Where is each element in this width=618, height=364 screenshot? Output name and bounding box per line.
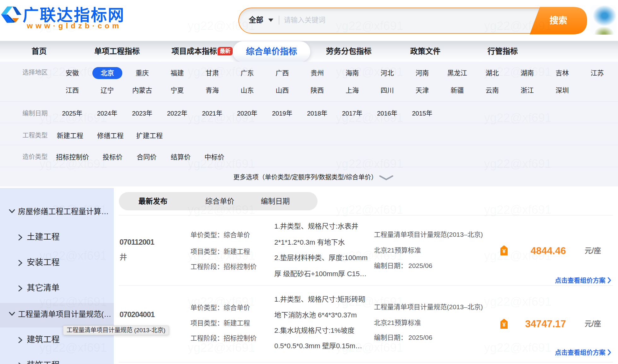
svg-text:¥: ¥	[502, 248, 506, 254]
svg-text:¥: ¥	[502, 321, 506, 328]
